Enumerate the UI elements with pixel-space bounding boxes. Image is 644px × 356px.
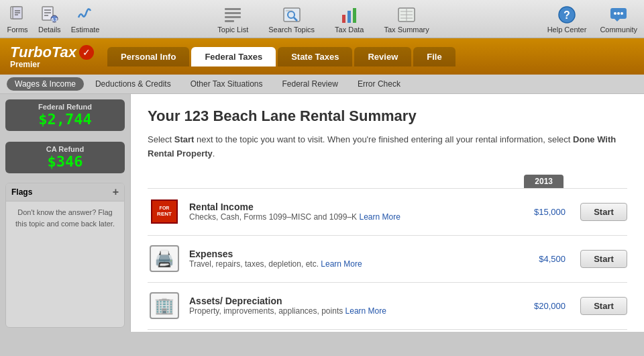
assets-amount: $20,000	[519, 301, 572, 311]
panel-content: Your 123 Beach Lane Rental Summary Selec…	[131, 94, 644, 332]
panel-title: Your 123 Beach Lane Rental Summary	[148, 107, 627, 125]
flags-plus-button[interactable]: +	[113, 186, 119, 198]
desc-text-1: Select	[148, 134, 174, 144]
estimate-icon	[74, 4, 96, 26]
desc-start-bold: Start	[174, 134, 195, 144]
svg-rect-14	[225, 20, 234, 22]
assets-info: Assets/ Depreciation Property, improveme…	[189, 296, 511, 316]
svg-rect-11	[225, 8, 241, 10]
desc-text-3: .	[213, 148, 215, 159]
tab-review[interactable]: Review	[354, 47, 411, 66]
svg-text:?: ?	[564, 9, 570, 21]
community-label: Community	[600, 26, 637, 34]
assets-start-button[interactable]: Start	[580, 297, 627, 315]
rental-income-desc-text: Checks, Cash, Forms 1099–MISC and 1099–K	[189, 212, 357, 222]
svg-rect-13	[225, 16, 241, 18]
year-header-row: 2013	[148, 175, 627, 188]
toolbar-topic-list[interactable]: Topic List	[217, 4, 248, 34]
sub-tab-deductions-credits[interactable]: Deductions & Credits	[87, 77, 179, 91]
forms-icon	[7, 4, 28, 26]
svg-rect-20	[347, 11, 351, 23]
expenses-name: Expenses	[189, 249, 511, 259]
panel-description: Select Start next to the topic you want …	[148, 133, 627, 161]
rental-income-start-button[interactable]: Start	[580, 203, 627, 221]
expenses-icon: 🖨️	[148, 244, 181, 274]
flags-box: Flags + Don't know the answer? Flag this…	[5, 183, 125, 328]
expenses-desc-text: Travel, repairs, taxes, depletion, etc.	[189, 259, 319, 269]
table-row: 🖨️ Expenses Travel, repairs, taxes, depl…	[148, 235, 627, 282]
table-row: 🚗 Vehicle Expenses Start	[148, 329, 627, 332]
tab-personal-info[interactable]: Personal Info	[107, 47, 189, 66]
topic-list-icon	[222, 4, 244, 26]
svg-rect-21	[353, 8, 356, 23]
tt-logo-wrapper: TurboTax ✓ Premier	[10, 44, 94, 69]
main-panel: Your 123 Beach Lane Rental Summary Selec…	[131, 94, 644, 332]
expenses-learn-more[interactable]: Learn More	[321, 259, 362, 269]
toolbar-forms[interactable]: Forms	[7, 4, 28, 34]
sub-tab-other-situations[interactable]: Other Tax Situations	[182, 77, 271, 91]
help-center-icon: ?	[556, 4, 578, 26]
year-badge: 2013	[524, 175, 564, 188]
flags-content: Don't know the answer? Flag this topic a…	[6, 202, 124, 234]
toolbar-tax-data[interactable]: Tax Data	[335, 4, 364, 34]
tab-state-taxes[interactable]: State Taxes	[278, 47, 352, 66]
desc-text-2: next to the topic you want to visit. Whe…	[194, 134, 573, 144]
forms-label: Forms	[7, 26, 28, 34]
flags-title: Flags	[11, 187, 32, 197]
search-topics-icon	[281, 4, 303, 26]
sub-nav: Wages & Income Deductions & Credits Othe…	[0, 75, 644, 94]
sidebar: Federal Refund $2,744 CA Refund $346 Fla…	[0, 94, 131, 332]
assets-name: Assets/ Depreciation	[189, 296, 511, 306]
tt-logo-tier: Premier	[10, 60, 94, 69]
assets-icon-img: 🏢	[150, 292, 179, 319]
tt-logo: TurboTax ✓ Premier	[10, 44, 94, 69]
details-label: Details	[38, 26, 61, 34]
toolbar-right: ? Help Center Community	[547, 4, 637, 34]
search-topics-label: Search Topics	[268, 26, 315, 34]
help-center-label: Help Center	[547, 26, 587, 34]
details-icon: 6.3	[39, 4, 60, 26]
rental-income-info: Rental Income Checks, Cash, Forms 1099–M…	[189, 202, 511, 222]
toolbar-estimate[interactable]: Estimate	[71, 4, 100, 34]
rental-income-name: Rental Income	[189, 202, 511, 212]
tax-data-label: Tax Data	[335, 26, 364, 34]
tab-file[interactable]: File	[413, 47, 455, 66]
assets-learn-more[interactable]: Learn More	[345, 306, 386, 316]
main-nav: Personal Info Federal Taxes State Taxes …	[107, 47, 634, 66]
tt-header: TurboTax ✓ Premier Personal Info Federal…	[0, 38, 644, 75]
table-row: 🏢 Assets/ Depreciation Property, improve…	[148, 282, 627, 329]
expenses-icon-img: 🖨️	[150, 245, 179, 272]
rental-income-learn-more[interactable]: Learn More	[359, 212, 400, 222]
rental-income-desc: Checks, Cash, Forms 1099–MISC and 1099–K…	[189, 212, 511, 222]
sub-tab-error-check[interactable]: Error Check	[350, 77, 409, 91]
for-rent-sign: FOR RENT	[151, 199, 178, 224]
rental-income-amount: $15,000	[519, 207, 572, 217]
toolbar-community[interactable]: Community	[600, 4, 637, 34]
toolbar-search-topics[interactable]: Search Topics	[268, 4, 315, 34]
toolbar: Forms 6.3 Details Estimate	[0, 0, 644, 38]
sub-tab-federal-review[interactable]: Federal Review	[274, 77, 346, 91]
ca-refund-box: CA Refund $346	[5, 142, 125, 173]
toolbar-tax-summary[interactable]: Tax Summary	[384, 4, 429, 34]
rental-income-icon: FOR RENT	[148, 197, 181, 227]
flags-header: Flags +	[6, 183, 124, 202]
sub-tab-wages-income[interactable]: Wages & Income	[7, 77, 84, 91]
svg-rect-15	[284, 8, 300, 21]
topic-list-label: Topic List	[217, 26, 248, 34]
toolbar-help-center[interactable]: ? Help Center	[547, 4, 587, 34]
content-area: Federal Refund $2,744 CA Refund $346 Fla…	[0, 94, 644, 332]
expenses-start-button[interactable]: Start	[580, 250, 627, 268]
svg-text:6.3: 6.3	[51, 17, 58, 22]
federal-refund-box: Federal Refund $2,744	[5, 99, 125, 131]
estimate-label: Estimate	[71, 26, 100, 34]
toolbar-details[interactable]: 6.3 Details	[38, 4, 61, 34]
svg-marker-30	[614, 19, 620, 21]
ca-refund-label: CA Refund	[12, 145, 118, 153]
expenses-info: Expenses Travel, repairs, taxes, depleti…	[189, 249, 511, 269]
tt-check-icon: ✓	[79, 45, 94, 60]
assets-desc-text: Property, improvements, appliances, poin…	[189, 306, 343, 316]
table-row: FOR RENT Rental Income Checks, Cash, For…	[148, 188, 627, 235]
toolbar-center: Topic List Search Topics Ta	[113, 4, 533, 34]
tab-federal-taxes[interactable]: Federal Taxes	[191, 47, 276, 66]
assets-icon: 🏢	[148, 291, 181, 321]
